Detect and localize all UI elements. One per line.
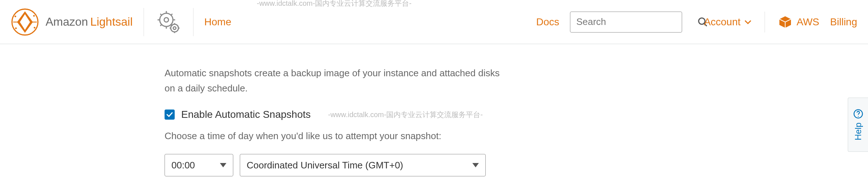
- timezone-select-value: Coordinated Universal Time (GMT+0): [247, 160, 403, 171]
- brand-logo-group[interactable]: Amazon Lightsail: [11, 8, 133, 36]
- help-tab-label: Help: [853, 123, 863, 140]
- enable-snapshots-row: Enable Automatic Snapshots -www.idctalk.…: [165, 109, 506, 120]
- svg-point-20: [173, 26, 176, 29]
- help-question-icon: [853, 109, 863, 119]
- time-selects-row: 00:00 Coordinated Universal Time (GMT+0): [165, 154, 506, 176]
- header-divider-3: [765, 12, 765, 33]
- main-content: Automatic snapshots create a backup imag…: [0, 44, 506, 176]
- account-label: Account: [704, 16, 740, 28]
- search-input[interactable]: [576, 16, 694, 27]
- svg-line-18: [171, 14, 173, 16]
- lightsail-logo-icon: [11, 8, 39, 36]
- docs-link[interactable]: Docs: [536, 16, 559, 28]
- account-dropdown[interactable]: Account: [704, 16, 751, 28]
- home-link[interactable]: Home: [204, 16, 231, 28]
- svg-point-32: [858, 116, 858, 117]
- aws-link[interactable]: AWS: [778, 15, 820, 29]
- svg-point-8: [33, 15, 35, 17]
- svg-point-10: [164, 17, 169, 22]
- header-divider-2: [193, 8, 193, 36]
- caret-down-icon: [472, 163, 479, 167]
- chevron-down-icon: [744, 20, 752, 25]
- aws-label: AWS: [797, 16, 820, 28]
- svg-line-15: [160, 14, 162, 16]
- search-box[interactable]: [570, 12, 682, 33]
- svg-marker-30: [472, 163, 479, 167]
- caret-down-icon: [220, 163, 226, 167]
- enable-snapshots-checkbox[interactable]: [165, 110, 175, 120]
- settings-gear-icon[interactable]: [155, 8, 182, 36]
- watermark-mid: -www.idctalk.com-国内专业云计算交流服务平台-: [328, 110, 483, 120]
- snapshot-description: Automatic snapshots create a backup imag…: [165, 66, 506, 96]
- brand-amazon: Amazon: [46, 15, 88, 29]
- svg-point-7: [15, 27, 17, 29]
- svg-point-5: [14, 16, 16, 17]
- choose-time-text: Choose a time of day when you'd like us …: [165, 130, 506, 142]
- svg-marker-29: [220, 163, 226, 167]
- svg-point-19: [171, 24, 178, 32]
- time-select[interactable]: 00:00: [165, 154, 233, 176]
- check-icon: [166, 111, 173, 118]
- enable-snapshots-label: Enable Automatic Snapshots: [181, 109, 311, 120]
- brand-lightsail: Lightsail: [90, 15, 132, 29]
- brand-text: Amazon Lightsail: [46, 15, 133, 29]
- help-tab[interactable]: Help: [848, 98, 868, 152]
- time-select-value: 00:00: [171, 160, 195, 171]
- svg-point-6: [34, 27, 35, 29]
- header-divider: [144, 8, 144, 36]
- billing-link[interactable]: Billing: [830, 16, 857, 28]
- header-right: Docs Account: [536, 12, 857, 33]
- timezone-select[interactable]: Coordinated Universal Time (GMT+0): [240, 154, 486, 176]
- aws-cube-icon: [778, 15, 792, 29]
- svg-line-17: [160, 24, 162, 26]
- header-bar: Amazon Lightsail Home Docs: [0, 0, 868, 44]
